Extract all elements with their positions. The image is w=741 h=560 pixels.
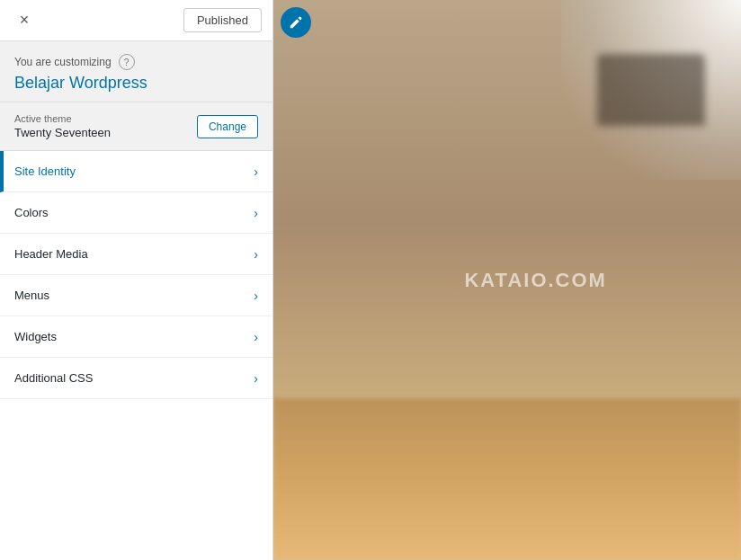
theme-name: Twenty Seventeen bbox=[14, 126, 111, 139]
customize-header: You are customizing ? Belajar Wordpress bbox=[0, 41, 272, 102]
chevron-right-icon: › bbox=[254, 289, 258, 303]
customizing-label: You are customizing ? bbox=[14, 54, 258, 70]
help-icon[interactable]: ? bbox=[119, 54, 135, 70]
chevron-right-icon: › bbox=[254, 247, 258, 262]
nav-item-colors[interactable]: Colors › bbox=[0, 192, 272, 234]
edit-pencil-button[interactable] bbox=[281, 7, 311, 38]
chevron-right-icon: › bbox=[254, 164, 258, 179]
change-theme-button[interactable]: Change bbox=[197, 115, 258, 138]
chevron-right-icon: › bbox=[254, 371, 258, 386]
site-title: Belajar Wordpress bbox=[14, 74, 258, 93]
nav-items: Site Identity › Colors › Header Media › … bbox=[0, 151, 272, 560]
nav-item-header-media[interactable]: Header Media › bbox=[0, 234, 272, 275]
nav-item-menus[interactable]: Menus › bbox=[0, 275, 272, 316]
close-button[interactable]: × bbox=[11, 7, 38, 34]
preview-table-surface bbox=[273, 398, 741, 560]
nav-item-widgets[interactable]: Widgets › bbox=[0, 316, 272, 358]
sidebar: × Published You are customizing ? Belaja… bbox=[0, 0, 273, 560]
preview-dark-furniture bbox=[597, 54, 705, 126]
theme-section: Active theme Twenty Seventeen Change bbox=[0, 102, 272, 151]
nav-item-site-identity[interactable]: Site Identity › bbox=[0, 151, 272, 192]
active-theme-label: Active theme bbox=[14, 113, 111, 124]
nav-item-additional-css[interactable]: Additional CSS › bbox=[0, 358, 272, 399]
published-button[interactable]: Published bbox=[183, 8, 262, 32]
chevron-right-icon: › bbox=[254, 206, 258, 220]
theme-info: Active theme Twenty Seventeen bbox=[14, 113, 111, 139]
top-bar: × Published bbox=[0, 0, 272, 41]
chevron-right-icon: › bbox=[254, 330, 258, 344]
pencil-icon bbox=[288, 14, 304, 31]
preview-area: KATAIO.COM bbox=[273, 0, 741, 560]
